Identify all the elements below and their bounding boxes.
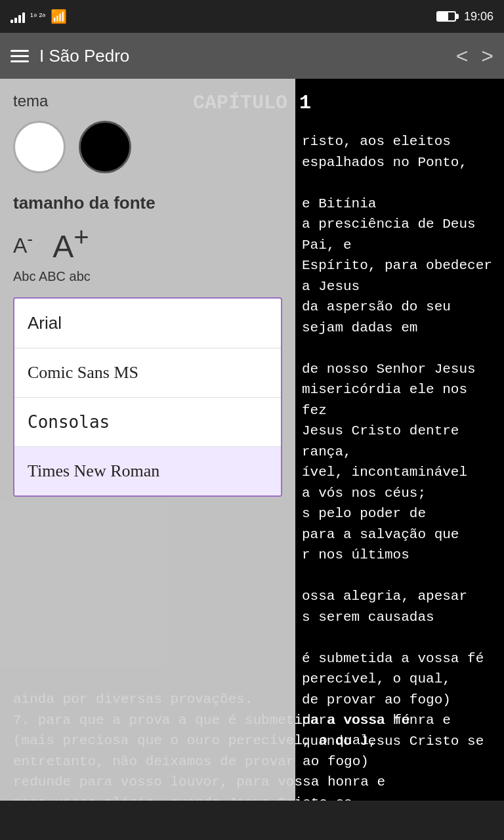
font-option-comic-sans[interactable]: Comic Sans MS <box>14 348 281 398</box>
font-list: Arial Comic Sans MS Consolas Times New R… <box>13 297 282 497</box>
font-case-label: Abc ABC abc <box>13 269 282 284</box>
page-title: I São Pedro <box>39 46 129 66</box>
wifi-icon: 📶 <box>51 9 67 24</box>
font-increase-button[interactable]: A+ <box>52 224 89 262</box>
time-display: 19:06 <box>464 10 494 24</box>
sim-label: ¹ᵃ ²ᵃ <box>30 11 45 22</box>
theme-options <box>13 121 282 173</box>
signal-icon <box>10 10 25 23</box>
next-chapter-button[interactable]: > <box>481 45 494 66</box>
bible-text-right: risto, aos eleitosespalhados no Ponto,e … <box>295 125 504 758</box>
status-right: 19:06 <box>436 10 494 24</box>
fontsize-controls: A- A+ <box>13 224 282 262</box>
font-option-arial[interactable]: Arial <box>14 299 281 348</box>
status-left: ¹ᵃ ²ᵃ 📶 <box>10 9 67 24</box>
main-content: CAPÍTULO 1 risto, aos eleitosespalhados … <box>0 79 504 840</box>
chapter-nav: < > <box>456 45 494 66</box>
theme-dark-button[interactable] <box>79 121 131 173</box>
settings-panel: tema tamanho da fonte A- A+ Abc ABC abc … <box>0 79 295 840</box>
theme-label: tema <box>13 92 282 110</box>
top-bar: I São Pedro < > <box>0 33 504 79</box>
prev-chapter-button[interactable]: < <box>456 45 469 66</box>
font-option-consolas[interactable]: Consolas <box>14 398 281 447</box>
battery-icon <box>436 11 456 22</box>
fontsize-label: tamanho da fonte <box>13 193 282 213</box>
menu-button[interactable] <box>10 50 29 62</box>
bottom-bar <box>0 801 504 840</box>
verse-text: risto, aos eleitosespalhados no Ponto,e … <box>302 131 497 751</box>
font-option-times-new-roman[interactable]: Times New Roman <box>14 447 281 495</box>
top-bar-left: I São Pedro <box>10 46 129 66</box>
font-decrease-button[interactable]: A- <box>13 230 33 256</box>
status-bar: ¹ᵃ ²ᵃ 📶 19:06 <box>0 0 504 33</box>
theme-light-button[interactable] <box>13 121 66 173</box>
